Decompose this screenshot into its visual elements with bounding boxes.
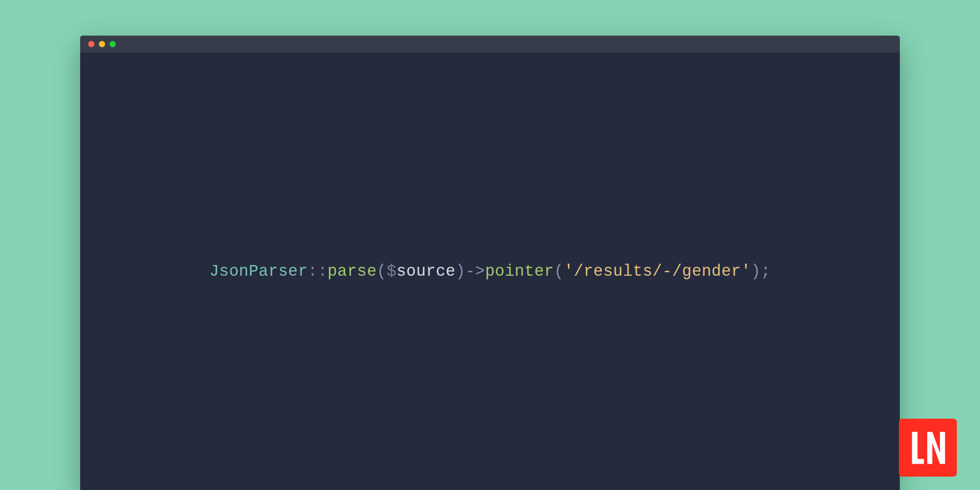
token-method-pointer: pointer <box>485 262 554 281</box>
token-class: JsonParser <box>209 262 308 281</box>
traffic-lights <box>88 41 116 47</box>
token-variable: source <box>396 262 456 281</box>
ln-logo-icon <box>907 427 949 469</box>
token-paren-open: ( <box>377 262 387 281</box>
code-area: JsonParser::parse($source)->pointer('/re… <box>80 53 900 490</box>
code-editor-window: JsonParser::parse($source)->pointer('/re… <box>80 36 900 490</box>
token-string-content: /results/-/gender <box>574 262 741 281</box>
close-icon[interactable] <box>88 41 94 47</box>
token-paren-close: ) <box>456 262 466 281</box>
maximize-icon[interactable] <box>110 41 116 47</box>
laravel-news-logo <box>899 419 957 477</box>
minimize-icon[interactable] <box>99 41 105 47</box>
token-dollar: $ <box>387 262 396 281</box>
token-paren-open-2: ( <box>554 262 564 281</box>
token-scope-operator: :: <box>308 262 327 281</box>
code-line: JsonParser::parse($source)->pointer('/re… <box>209 262 771 281</box>
token-paren-close-2: ) <box>751 262 761 281</box>
token-semicolon: ; <box>761 262 771 281</box>
window-titlebar <box>80 36 900 53</box>
token-method-parse: parse <box>327 262 377 281</box>
token-string-quote-open: ' <box>564 262 574 281</box>
token-arrow: -> <box>466 262 485 281</box>
token-string-quote-close: ' <box>741 262 751 281</box>
